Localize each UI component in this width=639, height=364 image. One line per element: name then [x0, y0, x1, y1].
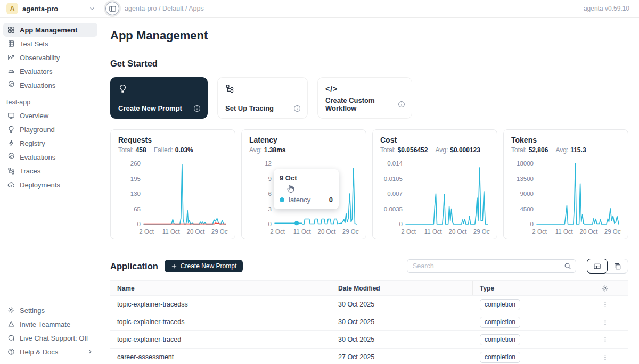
app-name: topic-explainer-traceds: [110, 318, 331, 326]
get-started-cards: Create New Prompt Set Up Tracing </> Cre…: [110, 77, 628, 119]
svg-text:20 Oct: 20 Oct: [318, 228, 337, 235]
lightning-icon: [7, 139, 15, 147]
gear-icon: [7, 307, 15, 314]
workspace-name: agenta-pro: [22, 5, 58, 13]
sidebar-item-label: Registry: [20, 139, 45, 147]
table-row[interactable]: topic-explainer-tracedss 30 Oct 2025 com…: [110, 296, 628, 313]
svg-text:9: 9: [268, 176, 272, 182]
svg-text:4500: 4500: [520, 206, 534, 212]
sidebar-item-label: Help & Docs: [20, 348, 58, 356]
sidebar-item-evaluators[interactable]: Evaluators: [3, 64, 97, 78]
column-header-name[interactable]: Name: [110, 281, 331, 295]
sidebar-item-evaluations[interactable]: Evaluations: [3, 78, 97, 92]
application-header: Application Create New Prompt: [110, 259, 628, 274]
cost-chart[interactable]: 00.00350.0070.01050.0142 Oct11 Oct20 Oct…: [380, 157, 489, 238]
tree-icon: [225, 84, 300, 93]
card-label: Create Custom Workflow: [325, 96, 398, 112]
sidebar-item-overview[interactable]: Overview: [3, 109, 97, 122]
svg-text:18000: 18000: [517, 160, 534, 167]
info-icon[interactable]: [193, 105, 201, 112]
svg-text:20 Oct: 20 Oct: [187, 228, 206, 235]
applications-table: Name Date Modified Type topic-explainer-…: [110, 280, 628, 364]
row-menu-icon[interactable]: [602, 301, 609, 308]
sidebar-item-observability[interactable]: Observability: [3, 51, 97, 64]
sidebar-item-help-docs[interactable]: Help & Docs: [3, 345, 97, 359]
svg-text:2 Oct: 2 Oct: [532, 228, 547, 235]
series-dot: [280, 197, 284, 202]
svg-text:13500: 13500: [517, 176, 534, 182]
card-view-icon: [613, 262, 621, 270]
search-box[interactable]: [407, 259, 576, 273]
sidebar-item-label: Observability: [20, 54, 60, 62]
table-header: Name Date Modified Type: [110, 280, 628, 296]
sidebar-item-app-management[interactable]: App Management: [3, 23, 97, 37]
date-modified: 27 Oct 2025: [331, 353, 473, 361]
svg-text:6: 6: [268, 191, 272, 197]
sidebar-toggle-button[interactable]: [105, 2, 119, 15]
sidebar-item-playground[interactable]: Playground: [3, 122, 97, 136]
svg-text:29 Oct: 29 Oct: [342, 228, 359, 235]
workspace-avatar: A: [6, 3, 18, 14]
main-content: App Management Get Started Create New Pr…: [101, 18, 639, 364]
svg-text:29 Oct: 29 Oct: [473, 228, 490, 235]
table-row[interactable]: career-assessment 27 Oct 2025 completion: [110, 349, 628, 364]
spiral-icon: [7, 81, 15, 89]
table-view-button[interactable]: [587, 259, 608, 274]
sidebar-item-deployments[interactable]: Deployments: [3, 178, 97, 192]
chart-line-icon: [7, 54, 15, 61]
chart-title: Requests: [118, 136, 227, 144]
question-icon: [7, 348, 15, 355]
card-label: Create New Prompt: [118, 104, 182, 112]
table-row[interactable]: topic-explainer-traceds 30 Oct 2025 comp…: [110, 313, 628, 331]
card-label: Set Up Tracing: [225, 104, 274, 112]
column-header-date-modified[interactable]: Date Modified: [331, 281, 473, 295]
info-icon[interactable]: [293, 105, 301, 112]
svg-text:20 Oct: 20 Oct: [580, 228, 599, 235]
create-new-prompt-button[interactable]: Create New Prompt: [165, 260, 243, 272]
svg-text:0.007: 0.007: [387, 191, 403, 197]
svg-text:195: 195: [130, 176, 141, 182]
sidebar-item-test-sets[interactable]: Test Sets: [3, 37, 97, 51]
card-view-button[interactable]: [607, 259, 628, 273]
sidebar-item-invite-teammate[interactable]: Invite Teammate: [3, 317, 97, 331]
sidebar-item-label: Overview: [20, 112, 48, 120]
sidebar-item-label: Test Sets: [20, 40, 48, 48]
info-icon[interactable]: [398, 101, 405, 108]
sidebar-item-label: Traces: [20, 167, 40, 175]
create-custom-workflow-card[interactable]: </> Create Custom Workflow: [317, 77, 412, 119]
search-input[interactable]: [413, 262, 564, 270]
sidebar: App Management Test Sets Observability E…: [0, 18, 101, 364]
sidebar-item-settings[interactable]: Settings: [3, 303, 97, 317]
set-up-tracing-card[interactable]: Set Up Tracing: [217, 77, 308, 119]
breadcrumb[interactable]: agenta-pro / Default / Apps: [125, 5, 204, 12]
type-badge: completion: [480, 317, 520, 328]
mouse-cursor-icon: [285, 184, 296, 194]
sidebar-item-evaluations-app[interactable]: Evaluations: [3, 150, 97, 164]
date-modified: 30 Oct 2025: [331, 301, 473, 308]
row-menu-icon[interactable]: [602, 319, 609, 326]
table-row[interactable]: topic-explainer-traced 30 Oct 2025 compl…: [110, 331, 628, 349]
tokens-chart[interactable]: 04500900013500180002 Oct11 Oct20 Oct29 O…: [511, 157, 620, 238]
create-new-prompt-card[interactable]: Create New Prompt: [110, 77, 208, 119]
sidebar-item-traces[interactable]: Traces: [3, 164, 97, 178]
column-settings-gear-icon[interactable]: [601, 285, 609, 292]
column-header-type[interactable]: Type: [473, 281, 581, 295]
sidebar-item-registry[interactable]: Registry: [3, 136, 97, 150]
workspace-selector[interactable]: A agenta-pro: [0, 0, 101, 17]
svg-text:0.0035: 0.0035: [384, 206, 403, 212]
svg-text:2 Oct: 2 Oct: [270, 228, 285, 235]
tree-icon: [7, 167, 15, 175]
app-name: topic-explainer-traced: [110, 336, 331, 343]
sidebar-item-live-chat-support[interactable]: Live Chat Support: Off: [3, 331, 97, 345]
row-menu-icon[interactable]: [602, 354, 609, 361]
sidebar-item-label: Deployments: [20, 181, 60, 189]
date-modified: 30 Oct 2025: [331, 336, 473, 343]
svg-text:0: 0: [399, 221, 403, 227]
requests-chart[interactable]: 0651301952602 Oct11 Oct20 Oct29 Oct: [118, 157, 227, 238]
svg-text:3: 3: [268, 206, 272, 212]
svg-text:11 Oct: 11 Oct: [555, 228, 574, 235]
grid-icon: [7, 26, 15, 34]
row-menu-icon[interactable]: [602, 336, 609, 343]
testsets-icon: [7, 40, 15, 47]
sidebar-item-label: Live Chat Support: Off: [20, 334, 88, 342]
